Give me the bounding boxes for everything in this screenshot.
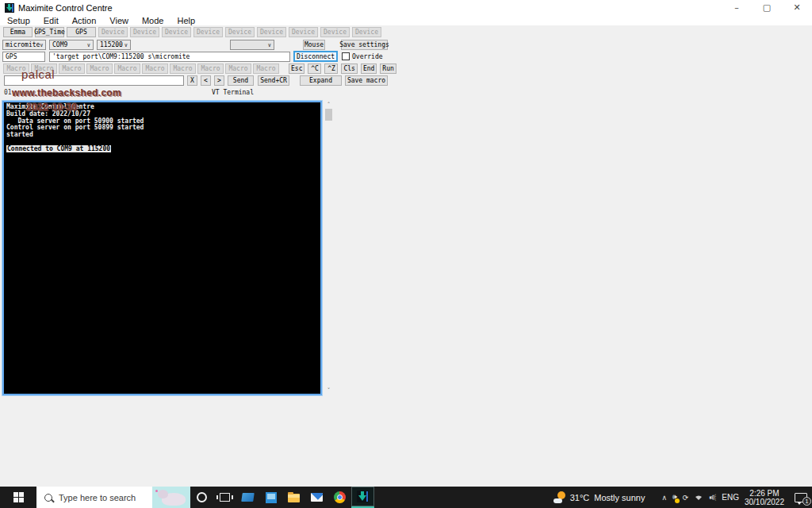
screen: Maximite Control Centre – ▢ ✕ Setup Edit… [0,0,812,508]
taskbar: Type here to search 31°C Mostly sunny [0,487,812,508]
task-view-icon [220,493,230,502]
weather-widget[interactable]: 31°C Mostly sunny [553,491,645,503]
mouse-button[interactable]: Mouse [303,40,325,50]
tab-gps[interactable]: GPS [67,27,96,37]
ctrl-c-button[interactable]: ^C [308,64,321,74]
language-indicator[interactable]: ENG [722,493,739,502]
disconnect-button[interactable]: Disconnect [293,51,338,62]
app-icon [5,3,14,13]
tab-device-7: Device [289,27,318,37]
extra-select[interactable]: ∨ [230,40,274,50]
command-row: Disconnect Override [0,52,812,62]
vt-terminal-output[interactable]: 2022-10-30 Maximite Control Centre Build… [2,101,322,395]
macro-button-4: Macro [86,64,113,74]
terminal-line: started [6,132,318,139]
watermark-username: palcal [21,67,55,81]
chevron-down-icon: ∨ [87,42,90,48]
task-view-button[interactable] [213,487,236,508]
notification-badge: 1 [802,497,811,506]
start-button[interactable] [0,487,36,508]
speaker-icon[interactable]: 🕬 [709,494,716,502]
hidden-icons-chevron-icon[interactable]: ∧ [661,494,667,502]
cortana-button[interactable] [190,487,213,508]
override-checkbox[interactable] [342,52,350,60]
maximite-icon [357,491,369,502]
clear-button[interactable]: X [187,75,197,86]
send-button[interactable]: Send [228,75,254,86]
macro-button-6: Macro [142,64,168,74]
connection-row: micromite∨ COM9∨ 115200∨ ∨ Mouse Save se… [0,40,812,50]
search-highlight-image[interactable] [152,487,190,508]
terminal-scrollbar[interactable]: ˄ ˅ [324,102,333,394]
clock-date: 30/10/2022 [745,498,784,506]
close-button[interactable]: ✕ [782,0,812,15]
tab-gps-time[interactable]: GPS_Time [35,27,64,37]
run-button[interactable]: Run [380,64,396,74]
maximite-app-button[interactable] [351,487,374,508]
alert-badge [675,498,680,503]
cortana-icon [197,492,207,502]
menu-edit[interactable]: Edit [40,16,62,25]
file-explorer-button[interactable] [282,487,305,508]
device-tab-row: Emma GPS_Time GPS Device Device Device D… [3,27,381,37]
mail-icon [311,493,323,502]
menu-setup[interactable]: Setup [4,16,33,25]
expand-button[interactable]: Expand [300,75,342,86]
macro-button-3: Macro [59,64,85,74]
device-type-select[interactable]: micromite∨ [2,40,46,50]
minimize-button[interactable]: – [722,0,752,15]
com-port-select[interactable]: COM9∨ [49,40,94,50]
target-command-field[interactable] [49,52,290,62]
end-button[interactable]: End [361,64,377,74]
scroll-down-icon[interactable]: ˅ [325,387,332,394]
scroll-up-icon[interactable]: ˄ [325,102,332,108]
watermark-site: www.thebackshed.com [12,87,121,98]
volume-mixer-icon[interactable]: 🕪 [672,493,677,502]
search-placeholder: Type here to search [59,493,136,502]
status-row: 01 VT Terminal [0,87,812,97]
macro-button-8: Macro [197,64,224,74]
clock-time: 2:26 PM [745,489,784,498]
baud-rate-select[interactable]: 115200∨ [97,40,131,50]
esc-button[interactable]: Esc [289,64,304,74]
scrollbar-thumb[interactable] [325,109,332,121]
menu-help[interactable]: Help [174,16,198,25]
menu-bar: Setup Edit Action View Mode Help [0,15,812,25]
clock[interactable]: 2:26 PM 30/10/2022 [745,489,784,506]
tab-emma[interactable]: Emma [3,27,33,37]
chrome-button[interactable] [328,487,351,508]
macro-button-7: Macro [170,64,196,74]
maximize-button[interactable]: ▢ [752,0,782,15]
tab-device-1: Device [98,27,128,37]
macro-button-10: Macro [253,64,279,74]
app-laptop-button[interactable] [236,487,259,508]
next-button[interactable]: > [214,75,224,86]
macro-button-5: Macro [114,64,140,74]
app-photos-button[interactable] [259,487,282,508]
taskbar-tray: 31°C Mostly sunny ∧ 🕪 ⟳ 🕬 ENG 2:26 PM 30… [553,487,812,508]
tab-device-2: Device [130,27,159,37]
taskbar-search[interactable]: Type here to search [36,487,190,508]
update-tray-icon[interactable]: ⟳ [683,494,689,502]
cls-button[interactable]: Cls [341,64,357,74]
key-button-row: Esc ^C ^Z Cls End Run [289,64,396,74]
menu-view[interactable]: View [106,16,132,25]
prev-button[interactable]: < [201,75,211,86]
folder-icon [288,494,300,502]
action-center-icon[interactable]: 1 [795,493,807,502]
ctrl-z-button[interactable]: ^Z [324,64,338,74]
menu-action[interactable]: Action [69,16,100,25]
save-settings-button[interactable]: Save settings [341,40,388,50]
send-cr-button[interactable]: Send+CR [258,75,289,86]
macro-button-9: Macro [225,64,251,74]
network-icon[interactable] [694,493,703,502]
device-name-field[interactable] [2,52,45,62]
chevron-down-icon: ∨ [268,42,271,48]
mail-button[interactable] [305,487,328,508]
chrome-icon [334,491,346,503]
save-macro-button[interactable]: Save macro [345,75,388,86]
vt-terminal-label: VT Terminal [212,89,254,96]
tab-device-3: Device [162,27,191,37]
chevron-down-icon: ∨ [40,42,43,48]
menu-mode[interactable]: Mode [139,16,167,25]
